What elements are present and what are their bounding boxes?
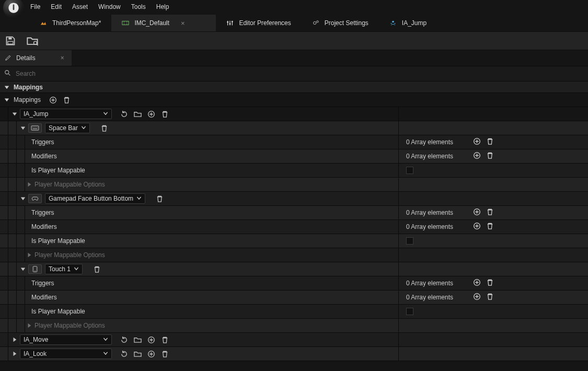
imc-icon <box>122 19 129 27</box>
reset-icon[interactable] <box>119 109 129 119</box>
action-selector[interactable]: IA_Move <box>20 334 112 345</box>
touch-icon[interactable] <box>28 264 42 274</box>
clear-icon[interactable] <box>486 137 494 147</box>
menu-help[interactable]: Help <box>156 3 169 10</box>
search-input[interactable] <box>16 70 584 77</box>
menu-file[interactable]: File <box>30 3 40 10</box>
expand-icon[interactable] <box>11 351 18 357</box>
property-triggers: Triggers 0 Array elements <box>0 206 588 220</box>
property-player-mappable-options: Player Mappable Options <box>0 248 588 262</box>
browse-icon[interactable] <box>133 335 142 344</box>
delete-icon[interactable] <box>160 335 169 344</box>
gamepad-icon[interactable] <box>28 194 42 203</box>
expand-icon[interactable] <box>20 125 26 131</box>
browse-button[interactable] <box>26 34 39 47</box>
clear-icon[interactable] <box>62 95 71 105</box>
delete-icon[interactable] <box>99 123 109 133</box>
action-selector[interactable]: IA_Look <box>20 349 112 359</box>
menu-asset[interactable]: Asset <box>72 3 88 10</box>
delete-icon[interactable] <box>92 264 101 274</box>
property-modifiers: Modifiers 0 Array elements <box>0 220 588 234</box>
tab-project-settings[interactable]: Project Settings <box>302 15 379 31</box>
property-player-mappable-options: Player Mappable Options <box>0 178 588 192</box>
close-icon[interactable]: × <box>181 19 185 27</box>
expand-icon[interactable] <box>26 322 32 329</box>
menu-bar: File Edit Asset Window Tools Help <box>0 0 588 14</box>
binding-row-gamepad: Gamepad Face Button Bottom <box>0 192 588 206</box>
save-button[interactable] <box>4 34 17 47</box>
browse-icon[interactable] <box>133 109 142 119</box>
clear-icon[interactable] <box>486 208 494 217</box>
search-icon <box>4 69 13 78</box>
clear-icon[interactable] <box>486 279 494 288</box>
add-icon[interactable] <box>473 208 481 217</box>
action-row-ia-look: IA_Look <box>0 347 588 361</box>
mappings-label: Mappings <box>14 96 41 103</box>
tab-ia-jump[interactable]: IA_Jump <box>379 15 437 31</box>
action-selector[interactable]: IA_Jump <box>20 109 112 119</box>
tab-label: Editor Preferences <box>239 19 291 27</box>
add-icon[interactable] <box>146 109 156 119</box>
reset-icon[interactable] <box>119 349 129 358</box>
checkbox[interactable] <box>406 308 413 315</box>
checkbox[interactable] <box>406 237 413 245</box>
input-action-icon <box>389 19 397 27</box>
delete-icon[interactable] <box>160 109 169 119</box>
expand-icon[interactable] <box>26 181 32 188</box>
menu-window[interactable]: Window <box>98 3 121 10</box>
checkbox[interactable] <box>406 167 413 174</box>
chevron-down-icon <box>103 350 108 357</box>
chevron-down-icon <box>81 124 86 132</box>
expand-icon[interactable] <box>20 266 26 272</box>
mappings-header: Mappings <box>0 93 588 107</box>
add-icon[interactable] <box>473 137 481 147</box>
delete-icon[interactable] <box>155 194 164 203</box>
add-icon[interactable] <box>473 152 481 161</box>
tab-editor-preferences[interactable]: Editor Preferences <box>216 15 301 31</box>
close-icon[interactable]: × <box>61 54 64 62</box>
expand-icon <box>4 85 9 90</box>
add-icon[interactable] <box>48 95 57 105</box>
delete-icon[interactable] <box>160 349 169 358</box>
keyboard-icon[interactable] <box>28 123 42 133</box>
expand-icon[interactable] <box>26 252 32 258</box>
panel-title: Details <box>16 54 36 62</box>
clear-icon[interactable] <box>486 152 494 161</box>
add-icon[interactable] <box>146 349 156 358</box>
add-icon[interactable] <box>473 293 481 302</box>
action-row-ia-move: IA_Move <box>0 333 588 347</box>
add-icon[interactable] <box>473 222 481 231</box>
reset-icon[interactable] <box>119 335 129 344</box>
details-tab[interactable]: Details × <box>0 50 72 66</box>
browse-icon[interactable] <box>133 349 142 358</box>
category-mappings[interactable]: Mappings <box>0 82 588 93</box>
key-selector[interactable]: Gamepad Face Button Bottom <box>45 193 145 204</box>
key-selector[interactable]: Space Bar <box>45 123 90 133</box>
property-triggers: Triggers 0 Array elements <box>0 276 588 291</box>
gears-icon <box>312 19 319 27</box>
binding-row-spacebar: Space Bar <box>0 121 588 135</box>
clear-icon[interactable] <box>486 222 494 231</box>
add-icon[interactable] <box>146 335 156 344</box>
chevron-down-icon <box>103 336 108 343</box>
key-selector[interactable]: Touch 1 <box>45 264 83 274</box>
expand-icon[interactable] <box>11 337 18 343</box>
clear-icon[interactable] <box>486 293 494 302</box>
expand-icon[interactable] <box>11 111 18 117</box>
chevron-down-icon <box>74 265 79 273</box>
sliders-icon <box>226 19 234 27</box>
tab-label: Project Settings <box>325 19 368 27</box>
expand-icon[interactable] <box>4 97 9 102</box>
menu-tools[interactable]: Tools <box>131 3 146 10</box>
add-icon[interactable] <box>473 279 481 288</box>
property-is-player-mappable: Is Player Mappable <box>0 305 588 319</box>
search-row <box>0 66 588 82</box>
expand-icon[interactable] <box>20 195 26 202</box>
pencil-icon <box>5 54 12 62</box>
panel-header: Details × <box>0 50 588 66</box>
property-player-mappable-options: Player Mappable Options <box>0 319 588 333</box>
binding-row-touch: Touch 1 <box>0 262 588 276</box>
menu-edit[interactable]: Edit <box>51 3 62 10</box>
tab-imc-default[interactable]: IMC_Default × <box>111 15 216 31</box>
tab-thirdpersonmap[interactable]: ThirdPersonMap* <box>29 15 111 31</box>
